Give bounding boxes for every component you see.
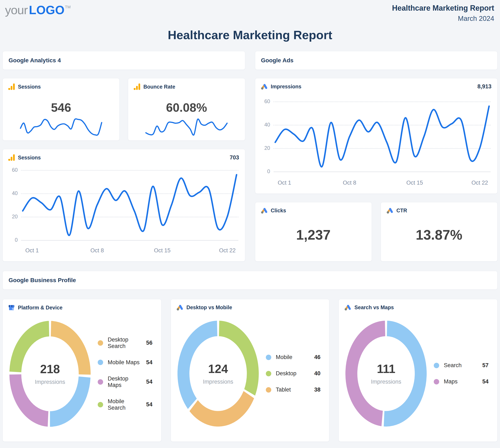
- legend-value: 54: [482, 378, 488, 385]
- legend-dot-icon: [98, 360, 103, 365]
- google-ads-icon: [261, 83, 268, 90]
- section-title: Google Business Profile: [9, 277, 76, 284]
- logo-text-your: your: [5, 3, 28, 17]
- bounce-rate-kpi-card: Bounce Rate 60.08%: [128, 78, 245, 141]
- legend-label: Search: [444, 362, 478, 368]
- legend-item: Desktop Search56: [98, 336, 153, 350]
- report-title: Healthcare Marketing Report: [392, 4, 494, 13]
- legend-item: Desktop40: [266, 370, 321, 377]
- donut-segment-desktop-maps: [16, 374, 48, 419]
- legend-value: 40: [314, 370, 320, 377]
- donut-segment-tablet: [194, 394, 249, 419]
- kpi-label: Sessions: [18, 84, 41, 90]
- donut-segment-mobile-maps: [50, 377, 85, 419]
- legend-dot-icon: [266, 387, 271, 393]
- google-ads-icon: [344, 304, 351, 311]
- donut-segment-desktop: [219, 328, 253, 392]
- section-title: Google Ads: [261, 57, 294, 64]
- google-ads-column: Google Ads Impressions 8,913 6040200Oct …: [255, 51, 498, 261]
- legend-dot-icon: [266, 355, 271, 360]
- sessions-kpi-card: Sessions 546: [2, 78, 120, 141]
- legend-label: Desktop Search: [108, 336, 142, 350]
- bounce-rate-value: 60.08%: [128, 100, 245, 114]
- legend-item: Mobile Maps54: [98, 359, 153, 366]
- ctr-kpi-card: CTR 13.87%: [381, 202, 498, 261]
- google-ads-icon: [386, 207, 393, 214]
- gbp-donut-row: G Platform & Device 218 Impressions Desk…: [2, 299, 498, 442]
- svg-text:G: G: [12, 307, 14, 310]
- google-analytics-icon: [134, 83, 140, 90]
- desktop-vs-mobile-donut: 124 Impressions: [177, 321, 259, 427]
- x-axis-label: Oct 1: [25, 247, 39, 254]
- legend-dot-icon: [98, 379, 103, 385]
- y-axis-label: 20: [260, 145, 270, 151]
- sessions-chart-card: Sessions 703 6040200Oct 1Oct 8Oct 15Oct …: [2, 149, 245, 261]
- donut-legend: Search57Maps54: [427, 362, 497, 385]
- legend-item: Desktop Maps54: [98, 375, 153, 388]
- logo-trademark: TM: [65, 5, 71, 9]
- dashboard: Google Analytics 4 Sessions 546: [0, 51, 500, 442]
- legend-dot-icon: [266, 371, 271, 376]
- report-date: March 2024: [392, 15, 494, 22]
- legend-value: 54: [146, 401, 153, 408]
- donut-legend: Desktop Search56Mobile Maps54Desktop Map…: [91, 336, 161, 411]
- legend-dot-icon: [434, 363, 439, 368]
- donut-segment-maps: [351, 328, 385, 418]
- legend-item: Mobile46: [266, 354, 321, 360]
- sparkline-series: [146, 119, 227, 135]
- legend-label: Tablet: [276, 386, 310, 393]
- section-title: Google Analytics 4: [9, 57, 61, 64]
- x-axis-label: Oct 22: [219, 247, 236, 254]
- legend-value: 56: [146, 340, 153, 346]
- chart-title: Sessions: [18, 155, 41, 161]
- y-axis-label: 60: [8, 167, 18, 173]
- platform-device-card: G Platform & Device 218 Impressions Desk…: [2, 299, 161, 442]
- ga4-column: Google Analytics 4 Sessions 546: [2, 51, 245, 261]
- desktop-vs-mobile-card: Desktop vs Mobile 124 Impressions Mobile…: [171, 299, 329, 442]
- legend-item: Search57: [434, 362, 488, 368]
- report-meta: Healthcare Marketing Report March 2024: [392, 3, 494, 22]
- section-google-ads: Google Ads: [255, 51, 498, 70]
- line-series: [23, 175, 237, 235]
- chart-title: Impressions: [271, 83, 301, 90]
- legend-item: Maps54: [434, 378, 488, 385]
- section-google-business-profile: Google Business Profile: [2, 271, 498, 290]
- x-axis-label: Oct 1: [278, 180, 291, 186]
- impressions-chart-card: Impressions 8,913 6040200Oct 1Oct 8Oct 1…: [255, 78, 498, 194]
- x-axis-label: Oct 22: [471, 180, 488, 186]
- bounce-rate-sparkline: [145, 118, 228, 136]
- donut-segment-search: [384, 328, 421, 419]
- legend-dot-icon: [434, 379, 439, 384]
- legend-value: 46: [314, 354, 320, 360]
- donut-segment-desktop-search: [51, 329, 85, 374]
- legend-dot-icon: [98, 402, 103, 407]
- x-axis-label: Oct 8: [343, 180, 356, 186]
- sessions-line-chart: 6040200Oct 1Oct 8Oct 15Oct 22: [5, 161, 243, 255]
- google-business-profile-icon: G: [8, 304, 15, 311]
- kpi-label: CTR: [396, 208, 407, 214]
- donut-card-title: Search vs Maps: [354, 304, 394, 310]
- x-axis-label: Oct 8: [90, 247, 104, 254]
- google-analytics-icon: [8, 154, 15, 161]
- page-header: your LOGO TM Healthcare Marketing Report…: [0, 0, 500, 22]
- legend-item: Tablet38: [266, 386, 321, 393]
- impressions-line-chart: 6040200Oct 1Oct 8Oct 15Oct 22: [257, 90, 495, 187]
- sparkline-series: [20, 119, 102, 135]
- legend-dot-icon: [98, 340, 103, 346]
- y-axis-label: 20: [8, 214, 18, 220]
- sessions-sparkline: [19, 118, 103, 136]
- legend-label: Mobile Maps: [108, 359, 142, 366]
- y-axis-label: 40: [260, 122, 270, 128]
- legend-value: 57: [482, 362, 488, 368]
- legend-label: Maps: [444, 378, 478, 385]
- legend-label: Mobile: [276, 354, 310, 360]
- y-axis-label: 0: [8, 237, 18, 243]
- donut-legend: Mobile46Desktop40Tablet38: [259, 354, 329, 393]
- company-logo: your LOGO TM: [5, 3, 71, 17]
- google-ads-icon: [176, 304, 183, 311]
- chart-total: 8,913: [477, 83, 491, 90]
- google-ads-icon: [261, 207, 268, 214]
- legend-label: Mobile Search: [108, 398, 142, 411]
- x-axis-label: Oct 15: [406, 180, 423, 186]
- clicks-value: 1,237: [255, 227, 372, 242]
